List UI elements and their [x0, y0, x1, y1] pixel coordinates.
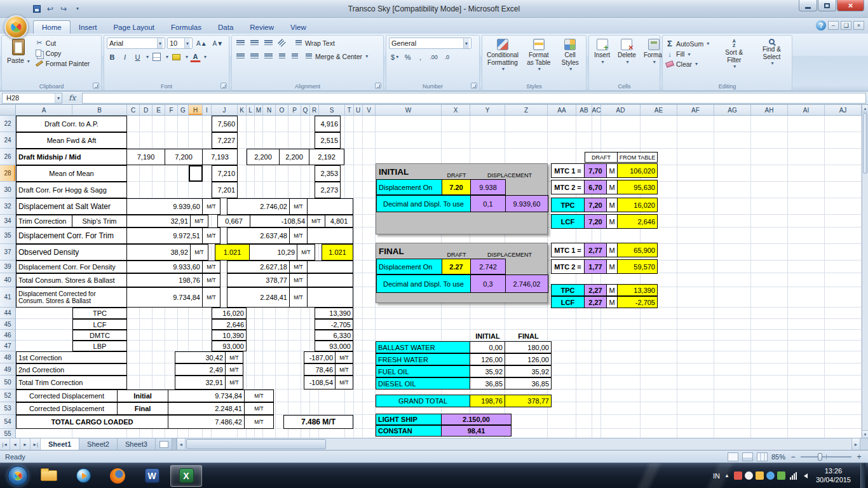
tab-view[interactable]: View [282, 21, 315, 34]
zoom-out-button[interactable]: − [789, 452, 797, 461]
page-break-view-button[interactable] [757, 452, 768, 461]
shrink-font-button[interactable]: A▼ [211, 38, 226, 49]
borders-button[interactable] [151, 51, 163, 62]
fx-icon[interactable]: fx [64, 93, 80, 102]
underline-button[interactable]: U [132, 51, 143, 62]
last-sheet-button[interactable]: ►| [31, 438, 41, 450]
help-icon[interactable]: ? [816, 20, 826, 30]
horizontal-scroll-thumb[interactable] [186, 439, 326, 449]
row-header-48[interactable]: 48 [0, 351, 15, 363]
bold-button[interactable]: B [107, 51, 118, 62]
align-right-button[interactable] [262, 51, 275, 62]
network-icon[interactable] [790, 472, 797, 480]
column-header-m[interactable]: M [255, 105, 263, 115]
insert-worksheet-button[interactable] [156, 438, 172, 450]
number-dialog-launcher[interactable] [471, 83, 477, 89]
sheet-tab-sheet1[interactable]: Sheet1 [41, 438, 79, 450]
row-header-30[interactable]: 30 [0, 182, 15, 198]
first-sheet-button[interactable]: |◄ [0, 438, 10, 450]
row-header-39[interactable]: 39 [0, 261, 15, 273]
row-header-32[interactable]: 32 [0, 198, 15, 215]
column-header-w[interactable]: W [376, 105, 442, 115]
format-as-table-button[interactable]: Format as Table▾ [523, 37, 554, 81]
copy-button[interactable]: Copy [35, 49, 90, 57]
column-header-y[interactable]: Y [470, 105, 505, 115]
column-header-aa[interactable]: AA [548, 105, 576, 115]
horizontal-scrollbar[interactable]: ◄ ► [177, 438, 868, 450]
taskbar-explorer-icon[interactable] [33, 465, 65, 487]
column-header-n[interactable]: N [263, 105, 276, 115]
tab-data[interactable]: Data [210, 21, 241, 34]
orientation-button[interactable] [276, 37, 287, 48]
tray-icon-2[interactable] [756, 471, 764, 480]
normal-view-button[interactable] [728, 452, 738, 461]
window-resize-grip[interactable] [860, 438, 868, 450]
volume-icon[interactable] [801, 473, 808, 478]
align-top-button[interactable] [234, 37, 247, 48]
office-button[interactable] [4, 15, 28, 39]
column-header-x[interactable]: X [442, 105, 470, 115]
font-name-select[interactable]: Arial▾ [107, 37, 165, 49]
tab-split-handle[interactable] [172, 438, 177, 450]
scroll-left-icon[interactable]: ◄ [177, 438, 186, 450]
tray-expand-icon[interactable]: ▲ [724, 473, 729, 478]
column-header-af[interactable]: AF [677, 105, 714, 115]
column-header-q[interactable]: Q [301, 105, 310, 115]
alignment-dialog-launcher[interactable] [375, 83, 381, 89]
column-header-ag[interactable]: AG [714, 105, 751, 115]
column-header-u[interactable]: U [354, 105, 363, 115]
column-header-z[interactable]: Z [505, 105, 548, 115]
column-header-ae[interactable]: AE [641, 105, 677, 115]
row-header-40[interactable]: 40 [0, 273, 15, 287]
row-header-53[interactable]: 53 [0, 402, 15, 415]
zoom-in-button[interactable]: + [855, 452, 863, 461]
workbook-close-button[interactable]: × [853, 21, 864, 30]
align-middle-button[interactable] [248, 37, 261, 48]
column-header-f[interactable]: F [165, 105, 178, 115]
row-header-47[interactable]: 47 [0, 341, 15, 351]
cell-styles-button[interactable]: Cell Styles▾ [557, 37, 583, 81]
sheet-tab-sheet3[interactable]: Sheet3 [118, 438, 156, 450]
column-header-ad[interactable]: AD [601, 105, 641, 115]
page-layout-view-button[interactable] [742, 452, 753, 461]
paste-button[interactable]: Paste ▾ [4, 37, 32, 81]
workbook-minimize-button[interactable]: – [828, 21, 839, 30]
redo-button[interactable]: ↪ [58, 4, 69, 14]
percent-style-button[interactable]: % [402, 51, 413, 62]
font-dialog-launcher[interactable] [220, 83, 227, 89]
column-header-ai[interactable]: AI [788, 105, 825, 115]
scroll-right-icon[interactable]: ► [851, 438, 860, 450]
row-header-28[interactable]: 28 [0, 165, 15, 182]
active-cell[interactable] [189, 165, 203, 182]
row-header-22[interactable]: 22 [0, 116, 15, 132]
clock[interactable]: 13:26 30/04/2015 [812, 467, 855, 485]
save-button[interactable] [32, 4, 42, 14]
close-button[interactable]: × [837, 0, 864, 11]
column-header-l[interactable]: L [247, 105, 255, 115]
row-header-54[interactable]: 54 [0, 415, 15, 429]
column-header-h[interactable]: H [189, 105, 203, 115]
column-header-aj[interactable]: AJ [825, 105, 862, 115]
italic-button[interactable]: I [119, 51, 130, 62]
align-bottom-button[interactable] [262, 37, 275, 48]
row-header-50[interactable]: 50 [0, 376, 15, 390]
column-header-g[interactable]: G [178, 105, 189, 115]
accounting-format-button[interactable]: $▾ [389, 51, 400, 62]
zoom-slider-thumb[interactable] [818, 453, 822, 461]
row-header-52[interactable]: 52 [0, 390, 15, 402]
column-header-ac[interactable]: AC [592, 105, 601, 115]
tray-icon-3[interactable] [766, 471, 775, 480]
minimize-button[interactable] [799, 0, 817, 11]
font-size-select[interactable]: 10▾ [167, 37, 193, 49]
start-button[interactable] [8, 466, 28, 486]
column-header-a[interactable]: A [16, 105, 72, 115]
autosum-button[interactable]: ΣAutoSum▾ [665, 39, 714, 48]
row-header-24[interactable]: 24 [0, 132, 15, 149]
fill-color-button[interactable] [170, 51, 182, 62]
increase-decimal-button[interactable]: .00 [428, 51, 440, 62]
maximize-button[interactable] [818, 0, 836, 11]
scroll-up-icon[interactable]: ▲ [862, 105, 868, 112]
row-header-34[interactable]: 34 [0, 215, 15, 227]
name-box[interactable]: H28▾ [2, 93, 62, 104]
row-header-46[interactable]: 46 [0, 330, 15, 341]
